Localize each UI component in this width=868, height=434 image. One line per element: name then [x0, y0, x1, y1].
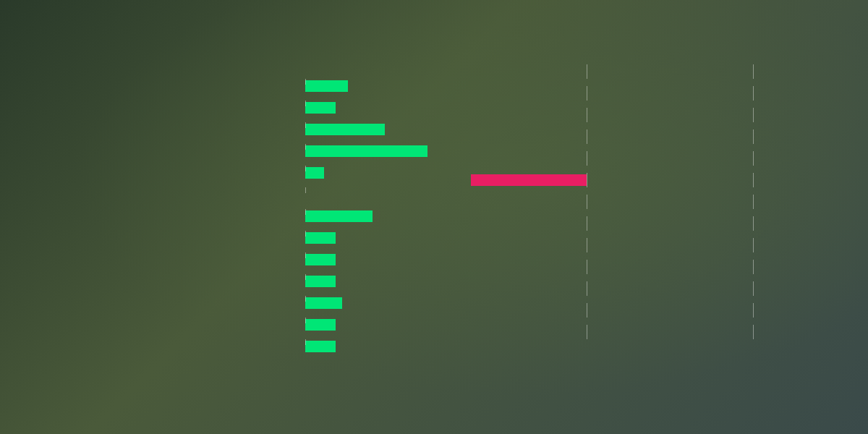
bar: [305, 145, 427, 157]
zero-line: [305, 166, 306, 171]
zero-line: [753, 281, 754, 296]
col3-bar-cell: [275, 122, 463, 128]
col1-bar-cell: [463, 325, 629, 339]
bar: [305, 167, 323, 179]
col3-bar-cell: [275, 296, 463, 302]
col2-bar-cell: [629, 260, 796, 274]
bar: [305, 319, 336, 331]
zero-line: [305, 144, 306, 150]
zero-line: [753, 303, 754, 318]
bar: [305, 210, 373, 222]
col2-bar-cell: [629, 281, 796, 296]
zero-line: [587, 108, 587, 122]
zero-line: [587, 325, 587, 339]
col1-bar-cell: [463, 151, 629, 166]
zero-line: [587, 260, 587, 274]
bar: [305, 276, 336, 287]
zero-line: [587, 151, 587, 166]
col3-bar-cell: [275, 274, 463, 280]
zero-line: [753, 108, 754, 122]
col2-bar-cell: [629, 151, 796, 166]
zero-line: [753, 260, 754, 274]
zero-line: [587, 195, 587, 209]
bar: [305, 297, 342, 309]
bar: [305, 124, 385, 135]
col1-bar-cell: [463, 281, 629, 296]
col1-bar-cell: [463, 64, 629, 79]
zero-line: [753, 325, 754, 339]
zero-line: [587, 216, 587, 231]
zero-line: [305, 187, 306, 193]
col1-bar-cell: [463, 303, 629, 318]
col2-bar-cell: [629, 238, 796, 252]
bar: [471, 174, 587, 186]
col3-bar-cell: [275, 144, 463, 150]
bar: [305, 102, 336, 114]
zero-line: [753, 64, 754, 79]
zero-line: [753, 129, 754, 144]
col2-bar-cell: [629, 173, 796, 187]
bar: [305, 254, 336, 265]
bar: [305, 341, 336, 352]
zero-line: [587, 303, 587, 318]
col3-bar-cell: [275, 187, 463, 193]
zero-line: [753, 238, 754, 252]
col2-bar-cell: [629, 108, 796, 122]
zero-line: [305, 122, 306, 128]
col2-bar-cell: [629, 303, 796, 318]
bar: [305, 232, 336, 244]
col1-bar-cell: [463, 238, 629, 252]
col3-bar-cell: [275, 209, 463, 215]
col3-bar-cell: [275, 101, 463, 106]
col2-bar-cell: [629, 216, 796, 231]
col2-bar-cell: [629, 325, 796, 339]
zero-line: [587, 86, 587, 101]
zero-line: [587, 173, 587, 187]
zero-line: [305, 318, 306, 323]
zero-line: [305, 101, 306, 106]
col1-bar-cell: [463, 195, 629, 209]
col3-bar-cell: [275, 166, 463, 171]
col3-bar-cell: [275, 231, 463, 237]
col1-bar-cell: [463, 108, 629, 122]
col3-bar-cell: [275, 252, 463, 258]
zero-line: [305, 339, 306, 345]
col1-bar-cell: [463, 173, 629, 187]
zero-line: [305, 274, 306, 280]
zero-line: [305, 209, 306, 215]
col3-bar-cell: [275, 339, 463, 345]
zero-line: [587, 129, 587, 144]
col2-bar-cell: [629, 64, 796, 79]
bar: [305, 80, 348, 92]
zero-line: [587, 238, 587, 252]
col3-bar-cell: [275, 318, 463, 323]
zero-line: [753, 173, 754, 187]
zero-line: [753, 216, 754, 231]
zero-line: [753, 195, 754, 209]
col2-bar-cell: [629, 129, 796, 144]
zero-line: [753, 86, 754, 101]
col1-bar-cell: [463, 86, 629, 101]
col1-bar-cell: [463, 129, 629, 144]
col1-bar-cell: [463, 216, 629, 231]
zero-line: [305, 79, 306, 85]
zero-line: [305, 231, 306, 237]
zero-line: [587, 64, 587, 79]
zero-line: [753, 151, 754, 166]
zero-line: [305, 296, 306, 302]
col1-bar-cell: [463, 260, 629, 274]
zero-line: [587, 281, 587, 296]
col2-bar-cell: [629, 86, 796, 101]
col3-bar-cell: [275, 79, 463, 85]
col2-bar-cell: [629, 195, 796, 209]
zero-line: [305, 252, 306, 258]
